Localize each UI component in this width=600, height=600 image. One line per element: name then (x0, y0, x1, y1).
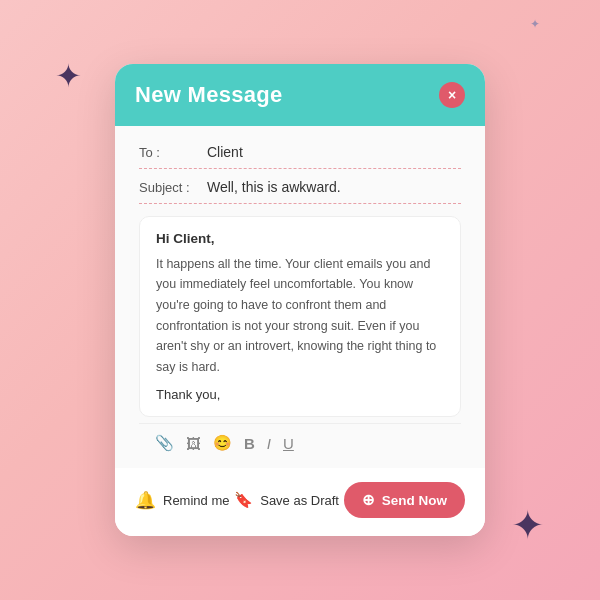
formatting-toolbar: 📎 🖼 😊 B I U (139, 423, 461, 454)
to-field-row: To : Client (139, 144, 461, 169)
sparkle-top-right: ✦ (530, 18, 540, 30)
send-label: Send Now (382, 493, 447, 508)
attachment-icon[interactable]: 📎 (155, 434, 174, 452)
bold-icon[interactable]: B (244, 435, 255, 452)
subject-field-row: Subject : Well, this is awkward. (139, 179, 461, 204)
subject-value[interactable]: Well, this is awkward. (207, 179, 461, 195)
message-greeting: Hi Client, (156, 231, 444, 246)
compose-modal: New Message × To : Client Subject : Well… (115, 64, 485, 537)
bookmark-icon: 🔖 (234, 491, 253, 509)
message-signature: Thank you, (156, 387, 444, 402)
close-button[interactable]: × (439, 82, 465, 108)
underline-icon[interactable]: U (283, 435, 294, 452)
to-value[interactable]: Client (207, 144, 461, 160)
message-body: It happens all the time. Your client ema… (156, 254, 444, 378)
modal-header: New Message × (115, 64, 485, 126)
send-now-button[interactable]: ⊕ Send Now (344, 482, 465, 518)
image-icon[interactable]: 🖼 (186, 435, 201, 452)
remind-me-button[interactable]: 🔔 Remind me (135, 490, 229, 511)
emoji-icon[interactable]: 😊 (213, 434, 232, 452)
draft-label: Save as Draft (260, 493, 339, 508)
remind-label: Remind me (163, 493, 229, 508)
modal-title: New Message (135, 82, 283, 108)
italic-icon[interactable]: I (267, 435, 271, 452)
message-area[interactable]: Hi Client, It happens all the time. Your… (139, 216, 461, 418)
modal-body: To : Client Subject : Well, this is awkw… (115, 126, 485, 469)
bell-icon: 🔔 (135, 490, 156, 511)
subject-label: Subject : (139, 180, 207, 195)
save-draft-button[interactable]: 🔖 Save as Draft (234, 491, 339, 509)
modal-footer: 🔔 Remind me 🔖 Save as Draft ⊕ Send Now (115, 468, 485, 536)
sparkle-bottom-right: ✦ (511, 505, 545, 545)
send-icon: ⊕ (362, 491, 375, 509)
sparkle-top-left: ✦ (55, 60, 82, 92)
to-label: To : (139, 145, 207, 160)
